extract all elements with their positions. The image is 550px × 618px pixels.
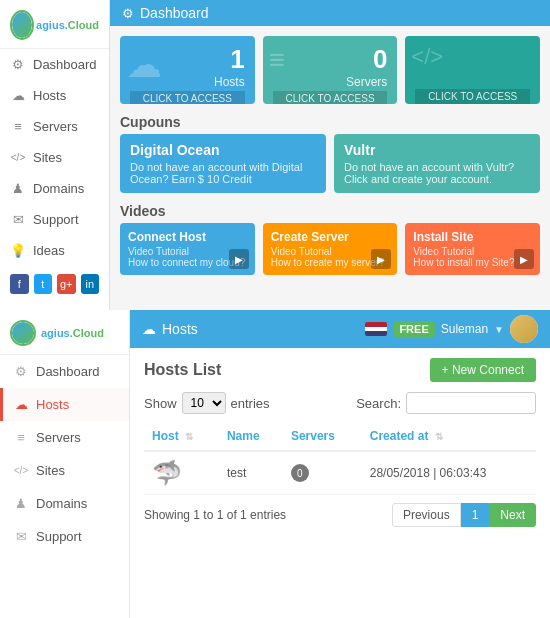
logo-area-bottom: agius.Cloud [0, 310, 129, 355]
vultr-coupon-card[interactable]: Vultr Do not have an account with Vultr?… [334, 134, 540, 193]
nav-support-bottom[interactable]: ✉ Support [0, 520, 129, 553]
hosts-header-label: Hosts [162, 321, 198, 337]
nav-label-sites-top: Sites [33, 150, 62, 165]
nav-ideas-top[interactable]: 💡 Ideas [0, 235, 109, 266]
linkedin-icon[interactable]: in [81, 274, 100, 294]
logo-inner [12, 12, 32, 38]
dashboard-icon-bottom: ⚙ [13, 364, 29, 379]
sites-click-label: CLICK TO ACCESS [415, 89, 530, 104]
col-created-at[interactable]: Created at ⇅ [362, 422, 536, 451]
table-row: 🦈 test 0 28/05/2018 | 06:03:43 [144, 451, 536, 495]
hosts-table: Host ⇅ Name Servers Created at ⇅ [144, 422, 536, 495]
sites-bg-icon: </> [411, 44, 443, 70]
servers-bg-icon: ≡ [269, 44, 285, 76]
googleplus-icon[interactable]: g+ [57, 274, 76, 294]
nav-label-domains-b: Domains [36, 496, 87, 511]
nav-dashboard-top[interactable]: ⚙ Dashboard [0, 49, 109, 80]
hosts-list-title: Hosts List [144, 361, 221, 379]
nav-dashboard-bottom[interactable]: ⚙ Dashboard [0, 355, 129, 388]
servers-icon-top: ≡ [10, 119, 26, 134]
entries-select[interactable]: 10 25 50 [182, 392, 226, 414]
dashboard-header-icon: ⚙ [122, 6, 134, 21]
support-icon-top: ✉ [10, 212, 26, 227]
table-header-row: Host ⇅ Name Servers Created at ⇅ [144, 422, 536, 451]
support-icon-bottom: ✉ [13, 529, 29, 544]
nav-hosts-top[interactable]: ☁ Hosts [0, 80, 109, 111]
twitter-icon[interactable]: t [34, 274, 53, 294]
social-links: f t g+ in [0, 266, 109, 302]
pagination: Previous 1 Next [392, 503, 536, 527]
create-server-title: Create Server [271, 230, 390, 244]
search-input[interactable] [406, 392, 536, 414]
hosts-stat-card[interactable]: ☁ 1 Hosts CLICK TO ACCESS [120, 36, 255, 104]
next-button[interactable]: Next [489, 503, 536, 527]
dashboard-icon-top: ⚙ [10, 57, 26, 72]
top-nav: ⚙ Dashboard ☁ Hosts ≡ Servers </> Sites … [0, 49, 109, 266]
nav-servers-bottom[interactable]: ≡ Servers [0, 421, 129, 454]
host-sort-icon: ⇅ [185, 431, 193, 442]
hosts-header-icon: ☁ [142, 321, 156, 337]
logo-circle [10, 10, 34, 40]
connect-host-video[interactable]: Connect Host Video Tutorial How to conne… [120, 223, 255, 275]
dashboard-header: ⚙ Dashboard [110, 0, 550, 26]
page-1-button[interactable]: 1 [461, 503, 490, 527]
nav-label-support-top: Support [33, 212, 79, 227]
nav-support-top[interactable]: ✉ Support [0, 204, 109, 235]
created-sort-icon: ⇅ [435, 431, 443, 442]
stats-row: ☁ 1 Hosts CLICK TO ACCESS ≡ 0 Servers CL… [110, 26, 550, 110]
nav-servers-top[interactable]: ≡ Servers [0, 111, 109, 142]
col-host[interactable]: Host ⇅ [144, 422, 219, 451]
col-servers[interactable]: Servers [283, 422, 362, 451]
install-site-video[interactable]: Install Site Video Tutorial How to insta… [405, 223, 540, 275]
flag-icon [365, 322, 387, 336]
user-dropdown-icon[interactable]: ▼ [494, 324, 504, 335]
logo-circle-bottom [10, 320, 36, 346]
logo-text-top: agius.Cloud [36, 20, 99, 31]
bottom-panel: agius.Cloud ⚙ Dashboard ☁ Hosts ≡ Server… [0, 310, 550, 618]
vultr-coupon-title: Vultr [344, 142, 530, 158]
connect-host-title: Connect Host [128, 230, 247, 244]
previous-button[interactable]: Previous [392, 503, 461, 527]
hosts-header-left: ☁ Hosts [142, 321, 198, 337]
nav-sites-top[interactable]: </> Sites [0, 142, 109, 173]
col-name-label: Name [227, 429, 260, 443]
main-bottom: ☁ Hosts FREE Suleman ▼ Hosts List + New … [130, 310, 550, 618]
new-connect-button[interactable]: + New Connect [430, 358, 536, 382]
connect-host-play[interactable]: ▶ [229, 249, 249, 269]
servers-stat-card[interactable]: ≡ 0 Servers CLICK TO ACCESS [263, 36, 398, 104]
do-coupon-title: Digital Ocean [130, 142, 316, 158]
hosts-list-header: Hosts List + New Connect [144, 358, 536, 382]
servers-stat-values: 0 Servers [346, 44, 387, 89]
vultr-coupon-desc: Do not have an account with Vultr? Click… [344, 161, 530, 185]
do-coupon-desc: Do not have an account with Digital Ocea… [130, 161, 316, 185]
hosts-click-label: CLICK TO ACCESS [130, 91, 245, 104]
entries-label: entries [231, 396, 270, 411]
hosts-bg-icon: ☁ [126, 44, 162, 86]
nav-label-dashboard: Dashboard [33, 57, 97, 72]
nav-label-hosts-top: Hosts [33, 88, 66, 103]
nav-domains-bottom[interactable]: ♟ Domains [0, 487, 129, 520]
nav-label-sites-b: Sites [36, 463, 65, 478]
do-coupon-card[interactable]: Digital Ocean Do not have an account wit… [120, 134, 326, 193]
dashboard-header-title: Dashboard [140, 5, 209, 21]
nav-label-servers-top: Servers [33, 119, 78, 134]
free-badge: FREE [393, 321, 434, 337]
sites-stat-card[interactable]: </> CLICK TO ACCESS [405, 36, 540, 104]
create-server-play[interactable]: ▶ [371, 249, 391, 269]
user-avatar[interactable] [510, 315, 538, 343]
show-label: Show [144, 396, 177, 411]
col-name[interactable]: Name [219, 422, 283, 451]
nav-sites-bottom[interactable]: </> Sites [0, 454, 129, 487]
row-servers-num: 0 [297, 468, 303, 479]
create-server-video[interactable]: Create Server Video Tutorial How to crea… [263, 223, 398, 275]
nav-hosts-bottom[interactable]: ☁ Hosts [0, 388, 129, 421]
sidebar-bottom: agius.Cloud ⚙ Dashboard ☁ Hosts ≡ Server… [0, 310, 130, 618]
nav-label-support-b: Support [36, 529, 82, 544]
install-site-play[interactable]: ▶ [514, 249, 534, 269]
row-host-icon-cell: 🦈 [144, 451, 219, 495]
servers-stat-num: 0 [373, 44, 387, 75]
facebook-icon[interactable]: f [10, 274, 29, 294]
user-avatar-img [510, 315, 538, 343]
table-controls: Show 10 25 50 entries Search: [144, 392, 536, 414]
nav-domains-top[interactable]: ♟ Domains [0, 173, 109, 204]
